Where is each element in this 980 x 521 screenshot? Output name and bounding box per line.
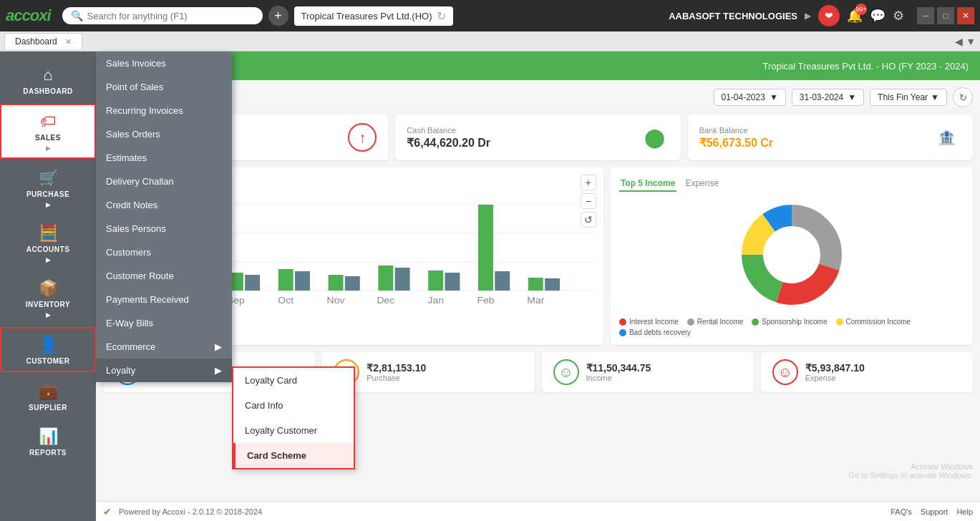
- inventory-label: INVENTORY: [26, 301, 70, 308]
- svg-point-36: [765, 228, 819, 282]
- notification-count: 99+: [855, 4, 867, 15]
- dashboard-icon: ⌂: [43, 66, 52, 84]
- refresh-button[interactable]: ↻: [437, 9, 446, 23]
- message-icon[interactable]: 💬: [870, 8, 886, 24]
- ecommerce-arrow-icon: ▶: [215, 341, 222, 352]
- close-button[interactable]: ✕: [957, 7, 974, 24]
- menu-customers[interactable]: Customers: [96, 240, 232, 264]
- menu-point-of-sales[interactable]: Point of Sales: [96, 75, 232, 99]
- support-link[interactable]: Support: [921, 507, 949, 516]
- company-selector[interactable]: Tropical Treasures Pvt Ltd.(HO) ↻: [294, 6, 453, 26]
- end-date-picker[interactable]: 31-03-2024 ▼: [792, 89, 864, 106]
- menu-sales-orders[interactable]: Sales Orders: [96, 122, 232, 146]
- tab-close-icon[interactable]: ✕: [65, 37, 72, 46]
- sidebar-item-supplier[interactable]: 💼 SUPPLIER: [0, 375, 96, 417]
- stat-cards-row: Payables ₹1,71,733.50 ↑ Cash Balance ₹6,…: [103, 115, 973, 160]
- reset-chart-button[interactable]: ↺: [581, 212, 596, 228]
- loyalty-submenu: Loyalty Card Card Info Loyalty Customer …: [232, 366, 355, 469]
- avatar[interactable]: ❤: [818, 5, 840, 26]
- company-name-label: AABASOFT TECHNOLOGIES: [669, 11, 797, 21]
- tab-expense[interactable]: Expense: [684, 176, 720, 192]
- svg-rect-18: [395, 268, 410, 291]
- income-stat-label: Income: [586, 374, 651, 382]
- stat-card-cash: Cash Balance ₹6,44,620.20 Dr ⬤: [395, 115, 680, 160]
- tab-bar: Dashboard ✕ ◀ ▼: [0, 31, 980, 52]
- legend-sponsorship: Sponsorship Income: [752, 318, 827, 326]
- stat-card-bank: Bank Balance ₹56,673.50 Cr 🏦: [688, 115, 973, 160]
- tab-next-button[interactable]: ▼: [966, 36, 976, 47]
- svg-text:Feb: Feb: [477, 296, 494, 306]
- accounts-icon: 🧮: [39, 224, 58, 243]
- calendar-icon: ▼: [770, 92, 778, 102]
- expense-stat-icon: ☺: [772, 359, 798, 385]
- legend-bad-debts: Bad debts recovery: [619, 328, 691, 336]
- bad-debts-dot: [619, 329, 626, 336]
- period-dropdown[interactable]: This Fin Year ▼: [870, 89, 947, 106]
- menu-payments-received[interactable]: Payments Received: [96, 288, 232, 311]
- maximize-button[interactable]: □: [937, 7, 954, 24]
- commission-label: Commission Income: [846, 318, 911, 326]
- faq-link[interactable]: FAQ's: [891, 507, 912, 516]
- menu-eway-bills[interactable]: E-Way Bills: [96, 311, 232, 335]
- sidebar-item-customer[interactable]: 👤 CUSTOMER: [0, 327, 96, 372]
- notification-bell[interactable]: 🔔 99+: [847, 8, 863, 24]
- svg-rect-15: [245, 275, 260, 291]
- start-date-picker[interactable]: 01-04-2023 ▼: [714, 89, 786, 106]
- end-date-value: 31-03-2024: [800, 92, 843, 102]
- tab-top5-income[interactable]: Top 5 Income: [619, 176, 676, 192]
- menu-ecommerce[interactable]: Ecommerce ▶: [96, 335, 232, 359]
- svg-text:Oct: Oct: [278, 296, 293, 306]
- footer-links: FAQ's Support Help: [891, 507, 973, 516]
- bottom-stat-expense: ☺ ₹5,93,847.10 Expense: [761, 352, 973, 392]
- reports-label: REPORTS: [29, 449, 67, 457]
- reports-icon: 📊: [39, 427, 58, 446]
- sales-icon: 🏷: [40, 112, 56, 131]
- legend-rental: Rental Income: [687, 318, 743, 326]
- sponsorship-dot: [752, 318, 759, 326]
- help-link[interactable]: Help: [956, 507, 973, 516]
- sidebar-item-reports[interactable]: 📊 REPORTS: [0, 420, 96, 462]
- menu-estimates[interactable]: Estimates: [96, 146, 232, 170]
- window-controls: ─ □ ✕: [917, 7, 974, 24]
- purchase-icon: 🛒: [39, 169, 58, 188]
- legend-interest: Interest Income: [619, 318, 679, 326]
- sidebar-item-sales[interactable]: 🏷 SALES ▶: [0, 104, 96, 159]
- global-search-bar[interactable]: 🔍: [62, 7, 263, 24]
- sidebar-item-accounts[interactable]: 🧮 ACCOUNTS ▶: [0, 217, 96, 269]
- svg-text:Jan: Jan: [427, 296, 443, 306]
- add-button[interactable]: +: [268, 6, 288, 26]
- submenu-card-info[interactable]: Card Info: [233, 393, 354, 418]
- menu-credit-notes[interactable]: Credit Notes: [96, 193, 232, 217]
- refresh-dashboard-button[interactable]: ↻: [953, 87, 973, 107]
- tab-prev-button[interactable]: ◀: [955, 36, 963, 47]
- svg-rect-12: [528, 278, 543, 291]
- menu-delivery-challan[interactable]: Delivery Challan: [96, 170, 232, 193]
- menu-sales-persons[interactable]: Sales Persons: [96, 217, 232, 240]
- zoom-out-button[interactable]: −: [581, 193, 596, 209]
- sidebar-item-inventory[interactable]: 📦 INVENTORY ▶: [0, 272, 96, 324]
- menu-recurring-invoices[interactable]: Recurring Invoices: [96, 99, 232, 122]
- menu-sales-invoices[interactable]: Sales Invoices: [96, 52, 232, 75]
- sponsorship-label: Sponsorship Income: [762, 318, 827, 326]
- submenu-loyalty-card[interactable]: Loyalty Card: [233, 368, 354, 393]
- menu-loyalty[interactable]: Loyalty ▶: [96, 359, 232, 382]
- settings-icon[interactable]: ⚙: [893, 8, 904, 24]
- footer: ✔ Powered by Accoxi - 2.0.12 © 2018-2024…: [96, 501, 980, 521]
- svg-rect-9: [378, 266, 393, 291]
- cash-value: ₹6,44,620.20 Dr: [407, 136, 631, 150]
- search-input[interactable]: [87, 11, 245, 21]
- submenu-card-scheme[interactable]: Card Scheme: [233, 443, 354, 468]
- sidebar-item-purchase[interactable]: 🛒 PURCHASE ▶: [0, 162, 96, 214]
- donut-tabs: Top 5 Income Expense: [619, 176, 964, 192]
- tab-dashboard[interactable]: Dashboard ✕: [4, 33, 82, 49]
- zoom-in-button[interactable]: +: [581, 175, 596, 190]
- start-date-value: 01-04-2023: [722, 92, 765, 102]
- minimize-button[interactable]: ─: [917, 7, 934, 24]
- supplier-label: SUPPLIER: [29, 404, 67, 412]
- submenu-loyalty-customer[interactable]: Loyalty Customer: [233, 418, 354, 443]
- svg-rect-21: [545, 278, 560, 291]
- cash-icon: ⬤: [641, 123, 669, 152]
- menu-customer-route[interactable]: Customer Route: [96, 264, 232, 288]
- sidebar-item-dashboard[interactable]: ⌂ DASHBOARD: [0, 59, 96, 101]
- windows-notice: Activate Windows Go to Settings to activ…: [848, 462, 973, 479]
